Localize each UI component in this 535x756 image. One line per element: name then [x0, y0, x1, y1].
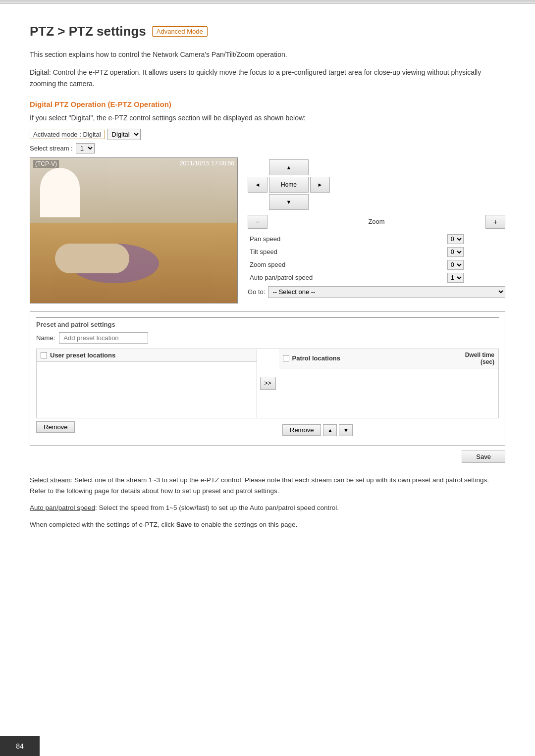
- auto-pan-row: Auto pan/patrol speed 12345: [248, 271, 505, 284]
- goto-select[interactable]: -- Select one --: [268, 286, 505, 298]
- user-preset-body: [37, 362, 257, 411]
- zoom-minus-button[interactable]: −: [248, 215, 268, 229]
- pan-speed-row: Pan speed 012345: [248, 233, 505, 246]
- user-preset-col: User preset locations: [36, 349, 257, 418]
- camera-view: (TCP-V) 2011/10/15 17:08:56: [30, 157, 238, 303]
- zoom-speed-row: Zoom speed 012345: [248, 258, 505, 271]
- zoom-label: Zoom: [271, 218, 482, 225]
- select-stream-link: Select stream: [30, 476, 71, 484]
- patrol-body: [279, 368, 499, 418]
- page-title: PTZ > PTZ settings Advanced Mode: [30, 24, 505, 39]
- user-preset-label: User preset locations: [50, 352, 115, 359]
- auto-pan-label: Auto pan/patrol speed: [248, 271, 445, 284]
- save-row: Save: [30, 451, 505, 463]
- room-furniture: [55, 244, 129, 273]
- activated-mode-label: Activated mode : Digital: [30, 130, 105, 139]
- camera-timestamp: 2011/10/15 17:08:56: [180, 160, 234, 167]
- home-button[interactable]: Home: [269, 177, 309, 193]
- bottom-auto-pan-para: Auto pan/patrol speed: Select the speed …: [30, 503, 505, 513]
- section-heading: Digital PTZ Operation (E-PTZ Operation): [30, 100, 505, 108]
- pan-speed-label: Pan speed: [248, 233, 445, 246]
- patrol-bottom: Remove ▲ ▼: [278, 421, 499, 439]
- patrol-col-header: Patrol locations Dwell time (sec): [279, 349, 499, 368]
- preset-name-row: Name:: [36, 332, 499, 344]
- direction-pad: ▲ ◄ Home ► ▼: [248, 159, 505, 210]
- patrol-label: Patrol locations: [292, 354, 341, 362]
- patrol-down-button[interactable]: ▼: [339, 424, 353, 436]
- select-stream-row: Select stream : 1 2 3: [30, 143, 505, 153]
- page-number: 84: [16, 742, 24, 750]
- page-number-bar: 84: [0, 736, 40, 756]
- user-preset-checkbox[interactable]: [41, 352, 47, 358]
- save-button[interactable]: Save: [462, 451, 505, 463]
- down-button[interactable]: ▼: [269, 194, 309, 210]
- tilt-speed-row: Tilt speed 012345: [248, 246, 505, 258]
- advanced-mode-badge: Advanced Mode: [152, 26, 208, 37]
- description-before: If you select "Digital", the e-PTZ contr…: [30, 112, 505, 123]
- intro-paragraph-2: Digital: Control the e-PTZ operation. It…: [30, 67, 505, 89]
- user-preset-header: User preset locations: [37, 349, 257, 362]
- patrol-up-button[interactable]: ▲: [323, 424, 337, 436]
- patrol-remove-button[interactable]: Remove: [282, 424, 321, 436]
- activated-mode-row: Activated mode : Digital Digital: [30, 129, 505, 140]
- content-area: PTZ > PTZ settings Advanced Mode This se…: [0, 4, 535, 566]
- zoom-speed-select[interactable]: 012345: [447, 260, 464, 270]
- page-title-text: PTZ > PTZ settings: [30, 24, 146, 39]
- user-preset-remove-button[interactable]: Remove: [36, 421, 75, 433]
- preset-name-label: Name:: [36, 334, 55, 342]
- dwell-time-header: Dwell time (sec): [465, 352, 494, 365]
- preset-section: Preset and patrol settings Name: User pr…: [30, 311, 505, 446]
- room-arch: [40, 168, 80, 217]
- zoom-plus-button[interactable]: +: [485, 215, 505, 229]
- goto-row: Go to: -- Select one --: [248, 286, 505, 298]
- zoom-row: − Zoom +: [248, 215, 505, 229]
- page-wrapper: PTZ > PTZ settings Advanced Mode This se…: [0, 0, 535, 756]
- up-button[interactable]: ▲: [269, 159, 309, 175]
- arrow-col: >>: [257, 349, 279, 418]
- preset-name-input[interactable]: [59, 332, 148, 344]
- tilt-speed-label: Tilt speed: [248, 246, 445, 258]
- preset-section-title: Preset and patrol settings: [36, 317, 499, 328]
- preset-bottom-area: Remove Remove ▲ ▼: [36, 421, 499, 439]
- patrol-checkbox[interactable]: [283, 355, 289, 361]
- speed-table: Pan speed 012345 Tilt speed 012345: [248, 233, 505, 284]
- camera-bg: [30, 158, 237, 303]
- top-bar: [0, 0, 535, 4]
- select-stream-select[interactable]: 1 2 3: [76, 143, 95, 153]
- tilt-speed-select[interactable]: 012345: [447, 247, 464, 257]
- save-bold: Save: [176, 521, 192, 528]
- right-button[interactable]: ►: [310, 177, 330, 193]
- bottom-select-stream-para: Select stream: Select one of the stream …: [30, 475, 505, 497]
- move-to-patrol-button[interactable]: >>: [260, 377, 276, 390]
- patrol-col: Patrol locations Dwell time (sec): [279, 349, 499, 418]
- goto-label: Go to:: [248, 288, 265, 296]
- bottom-text: Select stream: Select one of the stream …: [30, 475, 505, 531]
- zoom-speed-label: Zoom speed: [248, 258, 445, 271]
- ptz-controls: ▲ ◄ Home ► ▼ − Zoom +: [248, 157, 505, 298]
- select-stream-label: Select stream :: [30, 145, 73, 152]
- intro-paragraph-1: This section explains how to control the…: [30, 49, 505, 60]
- auto-pan-select[interactable]: 12345: [447, 273, 464, 283]
- pan-speed-select[interactable]: 012345: [447, 234, 464, 244]
- left-button[interactable]: ◄: [248, 177, 268, 193]
- camera-label: (TCP-V): [33, 160, 59, 168]
- auto-pan-link: Auto pan/patrol speed: [30, 504, 95, 511]
- preset-tables-row: User preset locations >> Patrol location…: [36, 349, 499, 418]
- camera-ptz-row: (TCP-V) 2011/10/15 17:08:56 ▲ ◄ Home ►: [30, 157, 505, 303]
- activated-mode-select[interactable]: Digital: [107, 129, 141, 140]
- bottom-save-para: When completed with the settings of e-PT…: [30, 519, 505, 530]
